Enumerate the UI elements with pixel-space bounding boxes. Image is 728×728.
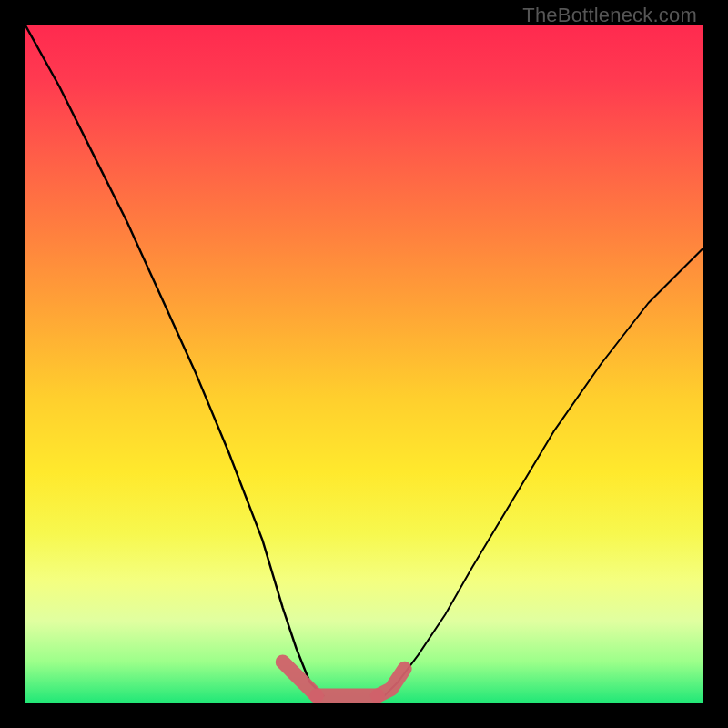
plot-area <box>25 25 703 703</box>
watermark-text: TheBottleneck.com <box>522 4 697 27</box>
highlight-right <box>378 669 405 696</box>
series-curve-left <box>25 25 323 696</box>
highlight-group <box>283 662 405 695</box>
chart-svg <box>25 25 703 703</box>
curve-group <box>25 25 703 696</box>
series-curve-right <box>384 249 703 696</box>
chart-frame: TheBottleneck.com <box>0 0 728 728</box>
